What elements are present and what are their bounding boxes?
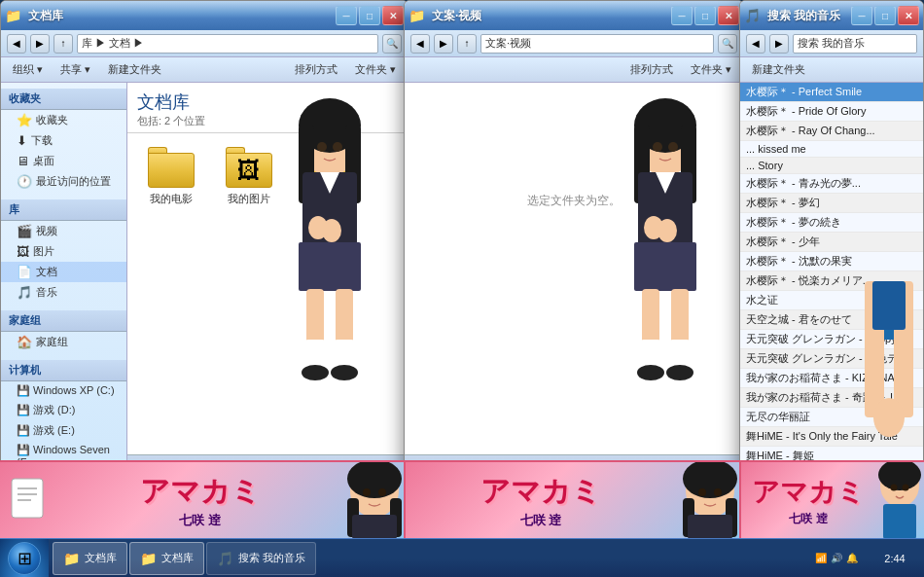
folder-icon-pics: 🖼	[226, 147, 272, 188]
address-box-2[interactable]: 文案·视频	[480, 34, 714, 54]
organize-btn-1[interactable]: 组织 ▾	[7, 60, 49, 79]
share-btn-1[interactable]: 共享 ▾	[54, 60, 96, 79]
close-btn-1[interactable]: ✕	[382, 6, 404, 25]
window-body-3: 水樱际＊ - Perfect Smile水樱际＊ - Pride Of Glor…	[740, 83, 923, 476]
back-btn-2[interactable]: ◀	[410, 34, 430, 54]
start-button[interactable]: ⊞	[0, 539, 49, 578]
sidebar-item-recent[interactable]: 🕐最近访问的位置	[1, 171, 126, 192]
window-explorer-2: 📁 文案·视频 ─ □ ✕ ◀ ▶ ↑ 文案·视频 🔍 排列方式 文件夹 ▾	[404, 0, 744, 477]
maximize-btn-2[interactable]: □	[694, 6, 716, 25]
taskbar-item-music[interactable]: 🎵 搜索 我的音乐	[206, 542, 316, 575]
new-folder-btn-1[interactable]: 新建文件夹	[102, 60, 167, 79]
sidebar-header-homegroup: 家庭组	[1, 310, 126, 332]
maximize-btn-3[interactable]: □	[874, 6, 896, 25]
tray-icon-action[interactable]: 🔔	[846, 553, 858, 563]
sidebar-item-favorites[interactable]: ⭐收藏夹	[1, 110, 126, 130]
music-item-14[interactable]: 天元突破 グレンラガン - 空色デイズ	[740, 349, 923, 369]
banner-subtitle-3: 七咲 逹	[789, 511, 827, 527]
music-item-9[interactable]: 水樱际＊ - 沈默の果実	[740, 252, 923, 271]
search-btn-2[interactable]: 🔍	[718, 34, 737, 54]
sidebar-item-homegroup[interactable]: 🏠家庭组	[1, 332, 126, 352]
banner-doc-icon-1	[8, 475, 52, 525]
search-btn-1[interactable]: 🔍	[382, 34, 402, 54]
music-item-10[interactable]: 水樱际＊ - 悦楽カメリア...	[740, 271, 923, 291]
music-item-7[interactable]: 水樱际＊ - 夢の続き	[740, 213, 923, 233]
taskbar-label-3: 搜索 我的音乐	[238, 551, 305, 565]
sidebar-item-downloads[interactable]: ⬇下载	[1, 130, 126, 151]
tray-icon-network[interactable]: 📶	[815, 553, 827, 563]
sidebar-item-video[interactable]: 🎬视频	[1, 221, 126, 241]
window-icon-2: 📁	[409, 8, 424, 23]
titlebar-1[interactable]: 📁 文档库 ─ □ ✕	[1, 1, 408, 30]
address-box-3[interactable]: 搜索 我的音乐	[793, 34, 917, 54]
sidebar-item-music[interactable]: 🎵音乐	[1, 282, 126, 303]
back-btn-3[interactable]: ◀	[746, 34, 765, 54]
music-item-15[interactable]: 我が家のお稲荷さま - KIZU-NA- 绊 する者	[740, 369, 923, 388]
sort-label-1[interactable]: 排列方式	[289, 60, 343, 79]
sort-value-2[interactable]: 文件夹 ▾	[685, 60, 737, 79]
content-area-1: 文档库 包括: 2 个位置 我的电影	[127, 83, 408, 476]
file-item-music[interactable]: 🎵 我的音乐	[293, 143, 361, 210]
sort-value-1[interactable]: 文件夹 ▾	[349, 60, 402, 79]
taskbar-item-explorer2[interactable]: 📁 文档库	[129, 542, 204, 575]
minimize-btn-2[interactable]: ─	[671, 6, 693, 25]
forward-btn-2[interactable]: ▶	[434, 34, 453, 54]
sidebar-section-library: 库 🎬视频 🖼图片 📄文档 🎵音乐	[1, 199, 126, 303]
close-btn-2[interactable]: ✕	[718, 6, 739, 25]
clock-time: 2:44	[875, 553, 914, 564]
window-explorer-1: 📁 文档库 ─ □ ✕ ◀ ▶ ↑ 库 ▶ 文档 ▶ 🔍 组织 ▾ 共享 ▾ 新…	[0, 0, 409, 477]
up-btn-2[interactable]: ↑	[457, 34, 477, 54]
maximize-btn-1[interactable]: □	[359, 6, 380, 25]
minimize-btn-3[interactable]: ─	[851, 6, 872, 25]
svg-point-53	[714, 488, 722, 496]
taskbar-label-2: 文档库	[161, 551, 194, 565]
music-item-13[interactable]: 天元突破 グレンラガン - Happy Ever After	[740, 330, 923, 349]
sidebar-section-homegroup: 家庭组 🏠家庭组	[1, 310, 126, 352]
banner-3: アマカミ 七咲 逹	[739, 460, 924, 538]
music-item-18[interactable]: 舞HiME - It's Only the Fairy Tale	[740, 427, 923, 447]
banner-2: アマカミ 七咲 逹	[404, 460, 744, 538]
music-item-3[interactable]: ... kissed me	[740, 141, 923, 158]
taskbar-icon-2: 📁	[140, 551, 157, 566]
taskbar-clock[interactable]: 2:44	[866, 553, 924, 564]
music-item-5[interactable]: 水樱际＊ - 青み光の夢...	[740, 174, 923, 194]
window-body-1: 收藏夹 ⭐收藏夹 ⬇下载 🖥桌面 🕐最近访问的位置 库 🎬视频 🖼图片 📄文档 …	[1, 83, 408, 476]
sidebar-item-winxp[interactable]: 💾 Windows XP (C:)	[1, 381, 126, 400]
tray-icon-volume[interactable]: 🔊	[831, 553, 842, 563]
music-item-16[interactable]: 我が家のお稲荷さま - 奇跡 ～ I believe in you	[740, 388, 923, 408]
music-item-17[interactable]: 无尽の华丽証	[740, 408, 923, 427]
sidebar-item-docs[interactable]: 📄文档	[1, 262, 126, 282]
up-btn-1[interactable]: ↑	[53, 34, 73, 54]
sidebar-item-desktop[interactable]: 🖥桌面	[1, 151, 126, 171]
music-item-6[interactable]: 水樱际＊ - 夢幻	[740, 194, 923, 213]
address-text-3: 搜索 我的音乐	[798, 36, 865, 51]
new-folder-btn-3[interactable]: 新建文件夹	[746, 60, 811, 79]
forward-btn-1[interactable]: ▶	[30, 34, 50, 54]
sidebar-item-pictures[interactable]: 🖼图片	[1, 241, 126, 262]
address-box-1[interactable]: 库 ▶ 文档 ▶	[77, 34, 378, 54]
music-item-12[interactable]: 天空之城 - 君をのせて	[740, 310, 923, 330]
titlebar-3[interactable]: 🎵 搜索 我的音乐 ─ □ ✕	[740, 1, 923, 30]
back-btn-1[interactable]: ◀	[7, 34, 26, 54]
sidebar-item-games-d[interactable]: 💾 游戏 (D:)	[1, 400, 126, 420]
start-orb[interactable]: ⊞	[8, 542, 41, 575]
sort-label-2[interactable]: 排列方式	[624, 60, 679, 79]
titlebar-2[interactable]: 📁 文案·视频 ─ □ ✕	[405, 1, 743, 30]
taskbar-item-explorer1[interactable]: 📁 文档库	[53, 542, 127, 575]
music-item-1[interactable]: 水樱际＊ - Pride Of Glory	[740, 102, 923, 122]
file-item-pics[interactable]: 🖼 我的图片	[215, 143, 283, 210]
forward-btn-3[interactable]: ▶	[769, 34, 789, 54]
music-item-8[interactable]: 水樱际＊ - 少年	[740, 233, 923, 252]
music-item-11[interactable]: 水之证	[740, 291, 923, 310]
music-item-0[interactable]: 水樱际＊ - Perfect Smile	[740, 83, 923, 102]
minimize-btn-1[interactable]: ─	[336, 6, 357, 25]
addressbar-3: ◀ ▶ 搜索 我的音乐	[740, 30, 923, 57]
content-area-2: 选定文件夹为空。	[405, 83, 743, 476]
music-item-4[interactable]: ... Story	[740, 158, 923, 174]
sidebar-item-games-e[interactable]: 💾 游戏 (E:)	[1, 420, 126, 441]
file-name-movies: 我的电影	[150, 192, 193, 206]
desktop: 📁 文档库 ─ □ ✕ ◀ ▶ ↑ 库 ▶ 文档 ▶ 🔍 组织 ▾ 共享 ▾ 新…	[0, 0, 924, 538]
music-item-2[interactable]: 水樱际＊ - Ray Of Chang...	[740, 122, 923, 141]
close-btn-3[interactable]: ✕	[898, 6, 919, 25]
file-item-movies[interactable]: 我的电影	[137, 143, 205, 210]
